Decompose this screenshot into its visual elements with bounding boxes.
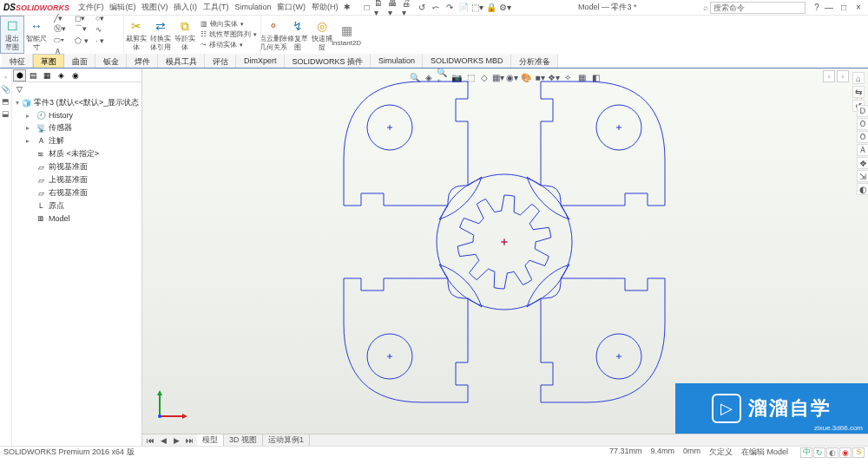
hud-button-0[interactable]: ⌂ — [852, 72, 865, 84]
menu-item-5[interactable]: Simulation — [234, 3, 271, 11]
title-tool-8[interactable]: ⬚▾ — [471, 2, 483, 14]
vt-icon2[interactable]: 📎 — [1, 84, 11, 95]
bt-nav-1[interactable]: ◀ — [157, 436, 169, 445]
sketch-tool-2[interactable]: ○▾ — [95, 13, 115, 23]
command-tab-0[interactable]: 特征 — [2, 54, 33, 68]
title-tool-2[interactable]: 🖶▾ — [388, 2, 400, 14]
view-tool-13[interactable]: ◧ — [589, 71, 602, 83]
tree-item-3[interactable]: ≋材质 <未指定> — [16, 147, 138, 160]
menu-item-2[interactable]: 视图(V) — [141, 3, 168, 11]
menu-item-7[interactable]: 帮助(H) — [312, 3, 339, 11]
view-tool-5[interactable]: ◇ — [478, 71, 490, 83]
window-close[interactable]: × — [852, 2, 865, 14]
viewport-win-0[interactable]: ▫ — [823, 70, 835, 82]
window-maximize[interactable]: □ — [838, 2, 850, 14]
title-tool-9[interactable]: 🔒 — [485, 2, 497, 14]
taskpane-tab-2[interactable]: Ｏ — [857, 131, 868, 143]
command-tab-8[interactable]: SOLIDWORKS 插件 — [285, 54, 372, 68]
menu-item-4[interactable]: 工具(T) — [203, 3, 229, 11]
tray-icon-1[interactable]: ↻ — [813, 447, 825, 458]
tree-item-0[interactable]: ▸🕘History — [16, 109, 138, 121]
taskpane-tab-6[interactable]: ◐ — [857, 183, 868, 195]
command-tab-10[interactable]: SOLIDWORKS MBD — [423, 54, 511, 68]
command-tab-9[interactable]: Simulation — [371, 54, 423, 68]
view-tool-8[interactable]: 🎨 — [520, 71, 532, 83]
title-tool-6[interactable]: ↷ — [444, 2, 456, 14]
bt-nav-0[interactable]: ⏮ — [144, 436, 156, 445]
view-tool-9[interactable]: ■▾ — [534, 71, 546, 83]
taskpane-tab-4[interactable]: ❖ — [857, 157, 868, 169]
tree-root[interactable]: ▾🧊零件3 (默认<<默认>_显示状态 1>) — [16, 96, 138, 109]
command-tab-11[interactable]: 分析准备 — [511, 54, 558, 68]
window-minimize[interactable]: — — [823, 2, 835, 14]
taskpane-tab-1[interactable]: Ｏ — [857, 118, 868, 130]
view-tool-4[interactable]: ⬚ — [464, 71, 477, 83]
view-tool-2[interactable]: 🔍⁺ — [437, 71, 449, 83]
menu-item-8[interactable]: ✱ — [344, 3, 351, 11]
sketch-tool-6[interactable]: ⬭▾ — [54, 36, 73, 46]
smart-dimension-button[interactable]: ↔ 智能尺 寸 — [24, 16, 49, 54]
tray-icon-2[interactable]: ◐ — [826, 447, 838, 458]
search-input[interactable] — [710, 2, 806, 14]
tree-item-6[interactable]: ▱右视基准面 — [16, 186, 138, 199]
taskpane-tab-3[interactable]: Ａ — [857, 144, 868, 156]
title-tool-4[interactable]: ↺ — [416, 2, 428, 14]
delete-relations-button[interactable]: ⚬ 点云删除 几何关系 — [261, 16, 286, 54]
pattern-tool-0[interactable]: ▥镜向实体▾ — [201, 19, 244, 29]
tree-item-5[interactable]: ▱上视基准面 — [16, 173, 138, 186]
graphics-viewport[interactable]: 🔍◈🔍⁺📷⬚◇▦▾◉▾🎨■▾❖▾✧▦◧ ▫▫ ✖ ⌂⇆↺ ＤＯＯＡ❖⇲◐ — [142, 69, 868, 446]
title-tool-5[interactable]: ⤺ — [430, 2, 442, 14]
help-button[interactable]: ? — [811, 2, 823, 14]
tree-item-2[interactable]: ▸Ａ注解 — [16, 134, 138, 147]
command-tab-7[interactable]: DimXpert — [236, 54, 285, 68]
sketch-tool-3[interactable]: Ⓝ▾ — [54, 24, 73, 35]
view-tool-6[interactable]: ▦▾ — [492, 71, 504, 83]
bottom-tab-1[interactable]: 3D 视图 — [224, 434, 263, 446]
menu-item-6[interactable]: 窗口(W) — [277, 3, 306, 11]
sketch-tool-7[interactable]: ⬠ ▾ — [75, 36, 94, 46]
menu-item-0[interactable]: 文件(F) — [78, 3, 104, 11]
tree-item-7[interactable]: Ｌ原点 — [16, 199, 138, 212]
taskpane-tab-0[interactable]: Ｄ — [857, 105, 868, 117]
quick-snap-button[interactable]: ◎ 快速捕 捉 — [310, 16, 334, 54]
vt-icon1[interactable]: ◦ — [1, 72, 11, 82]
tray-icon-4[interactable]: Ｓ — [852, 447, 865, 458]
view-tool-3[interactable]: 📷 — [450, 71, 463, 83]
fm-tab-display[interactable]: ◉ — [69, 69, 82, 82]
instant2d-button[interactable]: ▦ Instant2D — [334, 16, 358, 54]
viewport-win-1[interactable]: ▫ — [837, 70, 849, 82]
fm-tab-config[interactable]: ▦ — [41, 69, 54, 82]
view-tool-10[interactable]: ❖▾ — [548, 71, 560, 83]
tray-icon-0[interactable]: 中 — [800, 447, 812, 458]
title-tool-1[interactable]: 🗎▾ — [374, 2, 386, 14]
fm-tab-dim[interactable]: ◈ — [55, 69, 68, 82]
view-tool-0[interactable]: 🔍 — [409, 71, 421, 83]
bottom-tab-2[interactable]: 运动算例1 — [263, 434, 310, 446]
view-tool-7[interactable]: ◉▾ — [506, 71, 518, 83]
sketch-tool-5[interactable]: ∿ — [95, 24, 115, 35]
exit-sketch-button[interactable]: ☐ 退出 草图 — [0, 16, 24, 54]
command-tab-4[interactable]: 焊件 — [127, 54, 158, 68]
sketch-tool-8[interactable]: · ▾ — [95, 36, 115, 46]
vt-icon4[interactable]: ⬓ — [1, 108, 11, 119]
view-tool-11[interactable]: ✧ — [562, 71, 574, 83]
fm-tab-tree[interactable]: ⬢ — [13, 69, 26, 82]
vt-icon3[interactable]: ⬒ — [1, 96, 11, 107]
pattern-tool-1[interactable]: ☷线性草图阵列▾ — [201, 29, 257, 40]
bottom-tab-0[interactable]: 模型 — [197, 434, 224, 446]
tree-item-1[interactable]: ▸📡传感器 — [16, 121, 138, 134]
tray-icon-3[interactable]: ◉ — [839, 447, 852, 458]
command-tab-6[interactable]: 评估 — [205, 54, 236, 68]
title-tool-10[interactable]: ⚙▾ — [499, 2, 511, 14]
title-tool-7[interactable]: 📄 — [457, 2, 470, 14]
fm-filter-icon[interactable]: ▽ — [13, 83, 26, 95]
command-tab-5[interactable]: 模具工具 — [158, 54, 205, 68]
trim-entities-button[interactable]: ✂ 裁剪实 体 — [124, 16, 148, 54]
tree-item-8[interactable]: 🗎Model — [16, 212, 138, 225]
view-tool-12[interactable]: ▦ — [575, 71, 588, 83]
view-tool-1[interactable]: ◈ — [423, 71, 435, 83]
taskpane-tab-5[interactable]: ⇲ — [857, 170, 868, 182]
sketch-tool-4[interactable]: ⌒▾ — [75, 24, 94, 35]
pattern-tool-2[interactable]: ⤳移动实体▾ — [201, 40, 243, 50]
menu-item-3[interactable]: 插入(I) — [174, 3, 197, 11]
